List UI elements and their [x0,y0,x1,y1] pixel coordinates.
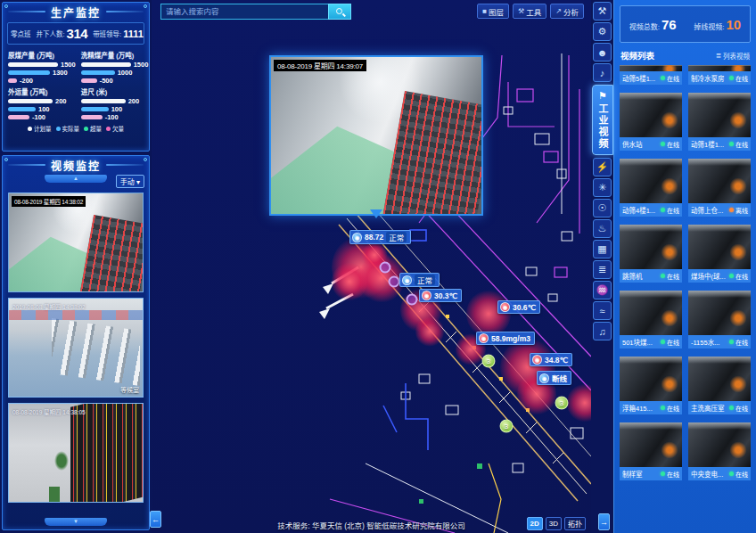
sensor-ring[interactable] [407,294,418,306]
tool-runner[interactable]: ⚡ [593,158,612,176]
video-list-item[interactable]: 浮箱415...在线 [620,357,682,414]
video-list-item[interactable]: 动筛4楼1...在线 [620,159,682,217]
video-feed[interactable]: 2019-08-08 星期四 14:38:02 等候室 [8,298,144,398]
video-list-item[interactable]: 动筛上仓...离线 [688,159,751,217]
view-topology-button[interactable]: 拓扑 [564,517,586,530]
sensor-label[interactable]: ◉ 30.3℃ [419,289,462,302]
status-dot [729,76,734,80]
collapse-left-button[interactable]: ← [150,511,161,528]
bell-icon: ♫ [598,326,605,337]
sensor-icon: ◉ [539,373,549,383]
video-thumbnail [620,291,682,335]
video-list-item[interactable]: 跳筛机在线 [620,225,682,283]
tool-cabinet[interactable]: ▦ [593,240,612,258]
corner-dot [4,4,8,8]
tools-button[interactable]: ⚒ 工具 [513,4,546,19]
offline-videos-value: 10 [727,17,742,32]
tool-helmet[interactable]: ⚒ [593,2,612,20]
video-feed[interactable]: 08-08-2019 星期四 14:38:05 [8,403,144,503]
fan-icon: ✳ [598,182,606,193]
tool-user[interactable]: ☻ [593,43,612,62]
tool-waves[interactable]: ≈ [593,301,612,320]
layers-label: 图层 [489,6,504,17]
bar-value: -500 [100,77,113,85]
green-count-badge[interactable]: 3 [555,397,569,410]
shield-icon: ⚙ [598,26,607,37]
video-list-item[interactable]: 煤场中(球...在线 [688,225,751,283]
sensor-ring[interactable] [389,276,400,288]
tool-layers[interactable]: ≣ [593,260,612,279]
green-count-badge[interactable]: 3 [482,355,496,368]
tab-industrial-video[interactable]: ⚑ 工业视频 [592,85,613,155]
bar-value: 100 [38,105,50,113]
status-text: 在线 [735,74,748,83]
tool-bell[interactable]: ♫ [593,322,612,340]
video-list-item[interactable]: 中央变电...在线 [688,422,751,480]
view-2d-button[interactable]: 2D [527,517,543,530]
bar-actual [8,70,50,75]
tool-lungs[interactable]: ♒ [593,281,612,299]
search-button[interactable] [328,4,351,20]
camera-popup[interactable]: 08-08-2019 星期四 14:39:07 井下中央变电所 [269,55,483,216]
scroll-down-button[interactable]: ▼ [45,518,107,526]
sensor-label[interactable]: ◉ 34.8℃ [530,353,572,366]
tool-shield[interactable]: ⚙ [593,22,612,41]
bar-value: 200 [55,97,67,105]
legend-dot-plan [28,127,32,131]
total-videos-label: 视频总数: [629,21,660,31]
video-list-item[interactable]: 供水站在线 [620,93,682,151]
mine-map[interactable]: 3 3 3 ◉ 88.72 正常 ◉ 正常 ◉ 30.3℃ ◉ 30.6℃ ◉ … [152,0,591,533]
analysis-button[interactable]: ↗ 分析 [550,4,584,19]
green-count-badge[interactable]: 3 [500,420,514,433]
video-list-item[interactable]: -1155水...在线 [688,291,751,348]
popup-camera-label: 井下中央变电所 [424,201,478,211]
tool-globe[interactable]: ☉ [593,199,612,217]
search-input[interactable] [160,4,328,20]
video-list-item[interactable]: 动筛5楼1...在线 [620,65,682,85]
sensor-label[interactable]: ◉ 88.72 正常 [349,230,411,244]
staff-stats: 零点班 井下人数: 314 带班领导: 1111 [7,22,144,45]
collapse-right-button[interactable]: → [598,513,610,530]
sensor-value: 30.6℃ [513,303,536,312]
tool-flame[interactable]: ♨ [593,219,612,238]
globe-icon: ☉ [598,202,607,214]
bar-deficit [8,78,17,83]
sensor-icon: ◉ [352,233,362,242]
side-toolbar: ⚒ ⚙ ☻ ♪ ⚑ 工业视频 ⚡ ✳ ☉ ♨ ▦ ≣ ♒ ≈ ♫ [591,0,613,533]
camera-name: 浮箱415... [622,403,659,413]
layers-button[interactable]: ■ 图层 [477,4,509,19]
bar-value: 1500 [61,61,76,69]
video-list-item[interactable]: 动筛1楼1...在线 [688,93,751,151]
video-list-item[interactable]: 501块煤...在线 [620,291,682,348]
list-mode-toggle[interactable]: ≣ 列表视频 [716,51,750,61]
sensor-label[interactable]: ◉ 30.6℃ [497,300,540,314]
video-list-item[interactable]: 制冷水泵房在线 [688,65,751,85]
runner-icon: ⚡ [596,161,609,173]
sensor-value: 58.9mg/m3 [491,334,530,343]
view-switch: 2D 3D 拓扑 [527,517,586,530]
leader-label: 带班领导: [93,29,121,38]
status-dot [661,406,665,410]
alarm-glow [415,316,444,347]
status-dot [729,208,734,212]
legend-label: 计划量 [34,124,52,133]
bar-deficit [81,115,103,119]
legend-dot-actual [56,127,61,131]
sensor-label[interactable]: ◉ 58.9mg/m3 [476,332,535,345]
sensor-label[interactable]: ◉ 断线 [537,371,571,385]
shift-label: 零点班 [11,29,31,38]
tool-mic[interactable]: ♪ [593,63,612,82]
sensor-ring[interactable] [380,262,391,274]
total-videos-stat: 视频总数: 76 [629,17,677,32]
video-list-item[interactable]: 制样室在线 [620,422,682,480]
mode-select[interactable]: 手动 ▾ [116,175,144,188]
scroll-up-button[interactable]: ▲ [45,175,107,183]
view-3d-button[interactable]: 3D [546,517,562,530]
camera-name: 动筛1楼1... [691,139,727,149]
sensor-label[interactable]: ◉ 正常 [399,273,440,287]
tool-fan[interactable]: ✳ [593,178,612,197]
video-list-item[interactable]: 主洗高压室在线 [688,357,751,414]
video-feed[interactable]: 08-08-2019 星期四 14:38:02 井下中央变电所 [8,193,144,292]
camera-name: 动筛5楼1... [622,73,659,83]
feed-timestamp: 2019-08-08 星期四 14:38:02 [12,302,86,311]
